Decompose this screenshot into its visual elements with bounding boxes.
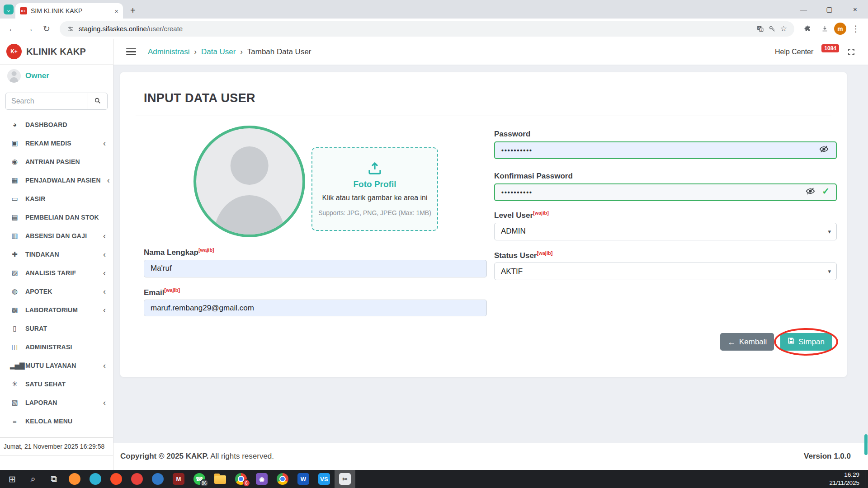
sidebar-item-antrian-pasien[interactable]: ◉ANTRIAN PASIEN [0, 152, 113, 171]
chevron-left-icon: ‹ [103, 250, 106, 258]
password-key-icon[interactable] [769, 25, 776, 33]
breadcrumb-administrasi[interactable]: Administrasi [148, 47, 190, 56]
password-input[interactable] [494, 141, 837, 159]
browser-menu-kebab-icon[interactable]: ⋮ [848, 21, 863, 37]
sidebar-item-apotek[interactable]: ◍APOTEK‹ [0, 282, 113, 300]
forward-button[interactable]: → [22, 21, 37, 37]
sidebar-item-pembelian-dan-stok[interactable]: ▤PEMBELIAN DAN STOK [0, 208, 113, 226]
user-profile-row[interactable]: Owner [0, 65, 113, 87]
required-tag: [wajib] [537, 250, 552, 256]
chevron-left-icon: ‹ [107, 176, 110, 184]
search-button[interactable] [88, 93, 108, 110]
search-input[interactable] [5, 93, 88, 110]
thunderbird-icon[interactable] [147, 470, 168, 488]
taskbar-clock[interactable]: 16.29 21/11/2025 [829, 471, 865, 487]
word-icon[interactable]: W [293, 470, 314, 488]
sidebar-item-laboratorium[interactable]: ▩LABORATORIUM‹ [0, 300, 113, 319]
password-eye-slash-icon[interactable] [819, 144, 829, 154]
required-tag: [wajib] [164, 287, 180, 293]
level-user-label: Level User[wajib] [494, 210, 837, 220]
chrome-2-icon[interactable] [272, 470, 293, 488]
email-input[interactable] [144, 300, 487, 316]
firefox-icon[interactable] [64, 470, 85, 488]
browser-tab[interactable]: K+ SIM KLINIK KAKP × [15, 3, 123, 19]
tab-search-button[interactable]: ⌄ [4, 5, 14, 14]
administrasi-icon: ◫ [10, 343, 19, 351]
breadcrumb-data-user[interactable]: Data User [201, 47, 236, 56]
new-tab-button[interactable]: + [130, 5, 136, 16]
brand-row[interactable]: K+ KLINIK KAKP [0, 39, 113, 65]
vscode-icon[interactable]: VS [314, 470, 335, 488]
sidebar-item-tindakan[interactable]: ✚TINDAKAN‹ [0, 245, 113, 263]
sidebar-item-penjadwalan-pasien[interactable]: ▦PENJADWALAN PASIEN‹ [0, 171, 113, 189]
camera-app-icon[interactable]: ◉ [251, 470, 272, 488]
window-maximize-button[interactable]: ▢ [816, 0, 842, 19]
menu-toggle-hamburger-icon[interactable] [126, 48, 136, 56]
brave-icon[interactable] [106, 470, 127, 488]
bookmark-star-icon[interactable]: ☆ [780, 24, 787, 33]
nama-lengkap-input[interactable] [144, 260, 487, 277]
dropzone-instruction: Klik atau tarik gambar ke area ini [322, 194, 428, 202]
sidebar-item-absensi-dan-gaji[interactable]: ▥ABSENSI DAN GAJI‹ [0, 226, 113, 245]
snipping-tool-icon[interactable]: ✂ [335, 470, 355, 488]
site-settings-icon[interactable] [67, 25, 74, 33]
sidebar-item-dashboard[interactable]: ◕DASHBOARD [0, 115, 113, 134]
browser-profile-avatar[interactable]: m [834, 23, 846, 35]
taskbar-time: 16.29 [829, 471, 859, 479]
photo-row: Foto Profil Klik atau tarik gambar ke ar… [144, 126, 487, 237]
sidebar-item-surat[interactable]: ▯SURAT [0, 319, 113, 338]
email-label: Email[wajib] [144, 287, 487, 297]
sidebar-item-kasir[interactable]: ▭KASIR [0, 189, 113, 208]
tab-close-icon[interactable]: × [114, 7, 118, 15]
sidebar-datetime: Jumat, 21 November 2025 16:29:58 [0, 437, 113, 455]
url-text[interactable]: staging.sifaskes.online/user/create [79, 25, 183, 33]
password-match-check-icon: ✓ [822, 186, 830, 197]
task-view-button[interactable]: ⧉ [43, 470, 64, 488]
sidebar-item-kelola-menu[interactable]: ≡KELOLA MENU [0, 412, 113, 430]
scroll-indicator[interactable] [864, 434, 868, 455]
window-close-button[interactable]: × [842, 0, 868, 19]
kembali-button[interactable]: ← Kembali [720, 333, 774, 351]
sidebar-item-label: ADMINISTRASI [25, 343, 106, 351]
back-button[interactable]: ← [5, 21, 20, 37]
search-button[interactable]: ⌕ [23, 470, 43, 488]
help-center-link[interactable]: Help Center [775, 48, 813, 56]
sidebar-item-mutu-layanan[interactable]: ▂▅▇MUTU LAYANAN‹ [0, 356, 113, 375]
analisis-tarif-icon: ▨ [10, 269, 19, 277]
reload-button[interactable]: ↻ [39, 21, 54, 37]
main-area: Administrasi›Data User›Tambah Data User … [113, 39, 868, 470]
sidebar-item-laporan[interactable]: ▧LAPORAN‹ [0, 393, 113, 412]
kelola-menu-icon: ≡ [10, 417, 19, 425]
window-minimize-button[interactable]: — [791, 0, 816, 19]
version-text: Version 1.0.0 [804, 452, 851, 461]
translate-icon[interactable]: A a [756, 25, 764, 33]
brand-name: KLINIK KAKP [26, 47, 86, 57]
sidebar-item-rekam-medis[interactable]: ▣REKAM MEDIS‹ [0, 134, 113, 152]
mozilla-glyph: M [173, 473, 184, 485]
konfirmasi-password-input[interactable] [494, 183, 837, 201]
chevron-left-icon: ‹ [103, 361, 106, 370]
notification-badge[interactable]: 1084 [821, 44, 839, 52]
status-user-select[interactable]: AKTIF ▾ [494, 263, 837, 280]
edge-icon[interactable] [85, 470, 106, 488]
whatsapp-icon[interactable]: ☎86 [189, 470, 210, 488]
opera-icon[interactable] [127, 470, 147, 488]
extensions-puzzle-icon[interactable] [800, 21, 815, 37]
show-desktop-button[interactable] [865, 470, 868, 488]
file-explorer-icon[interactable] [210, 470, 231, 488]
level-user-select[interactable]: ADMIN ▾ [494, 223, 837, 240]
chrome-icon[interactable]: 6 [231, 470, 251, 488]
sidebar-item-analisis-tarif[interactable]: ▨ANALISIS TARIF‹ [0, 263, 113, 282]
sidebar-item-administrasi[interactable]: ◫ADMINISTRASI [0, 338, 113, 356]
address-bar[interactable]: staging.sifaskes.online/user/create A a … [60, 21, 794, 37]
start-button[interactable]: ⊞ [2, 470, 23, 488]
downloads-icon[interactable] [817, 21, 832, 37]
simpan-button[interactable]: Simpan [780, 333, 832, 351]
konfirmasi-eye-slash-icon[interactable] [806, 186, 815, 196]
chevron-left-icon: ‹ [103, 139, 106, 147]
mozilla-icon[interactable]: M [168, 470, 189, 488]
photo-upload-dropzone[interactable]: Foto Profil Klik atau tarik gambar ke ar… [311, 147, 438, 231]
fullscreen-icon[interactable] [847, 48, 855, 56]
konfirmasi-password-label: Konfirmasi Password [494, 172, 837, 181]
sidebar-item-satu-sehat[interactable]: ✳SATU SEHAT [0, 375, 113, 393]
